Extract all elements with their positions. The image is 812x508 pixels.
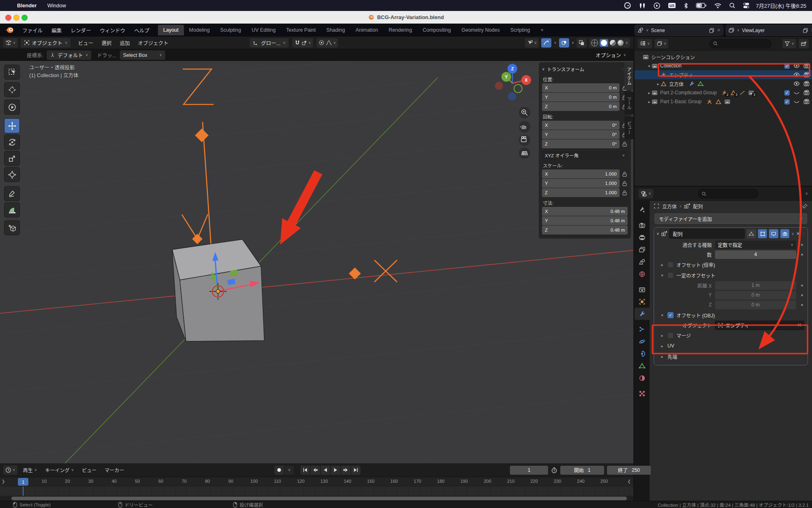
ruler-tick-210[interactable]: 210 <box>507 479 514 484</box>
overlays-toggle[interactable] <box>559 38 569 48</box>
timeline-collapse-icon[interactable]: ❮ <box>628 479 631 484</box>
camera-icon[interactable] <box>803 81 810 87</box>
properties-tab-constraints[interactable] <box>635 347 650 360</box>
section-relative-offset[interactable]: ▸ オフセット (倍率) <box>654 259 808 270</box>
properties-tab-physics[interactable] <box>635 335 650 347</box>
properties-tab-collection[interactable] <box>635 283 650 295</box>
breadcrumb-modifier[interactable]: 配列 <box>693 203 703 210</box>
workspace-tab-sculpting[interactable]: Sculpting <box>215 25 246 35</box>
ruler-tick-90[interactable]: 90 <box>228 479 233 484</box>
topbar-menu-1[interactable]: 編集 <box>47 26 66 34</box>
record-dropdown[interactable]: ∨ <box>285 466 294 475</box>
section-constant-offset[interactable]: ▾ 一定のオフセット <box>654 270 808 280</box>
timeline-menu-3[interactable]: マーカー <box>101 467 128 473</box>
ruler-tick-240[interactable]: 240 <box>577 479 584 484</box>
merge-checkbox[interactable] <box>667 332 674 339</box>
pin-icon[interactable] <box>802 203 808 209</box>
camera-icon[interactable] <box>803 72 810 78</box>
modifier-editmode-toggle[interactable] <box>758 229 767 238</box>
camera-icon[interactable] <box>803 63 810 69</box>
wifi-icon[interactable] <box>714 3 721 9</box>
ruler-tick-10[interactable]: 10 <box>42 479 47 484</box>
timeline-expand-icon[interactable]: ❯ <box>2 479 5 484</box>
copy-scene-icon[interactable] <box>709 28 715 33</box>
workspace-tab-layout[interactable]: Layout <box>158 25 184 35</box>
modifier-close-icon[interactable]: ✕ <box>796 231 800 237</box>
spotlight-icon[interactable] <box>729 2 735 9</box>
ruler-tick-150[interactable]: 150 <box>367 479 374 484</box>
add-workspace-button[interactable]: + <box>536 25 549 35</box>
eye-icon[interactable] <box>793 63 800 69</box>
outliner-filter-button[interactable]: ∨ <box>782 39 796 48</box>
panel-collapse-icon[interactable]: ∨ <box>542 67 545 71</box>
xray-toggle[interactable] <box>577 38 587 48</box>
expander-icon[interactable]: ▸ <box>647 91 652 95</box>
now-playing-icon[interactable] <box>654 2 660 9</box>
menubar-app-name[interactable]: Blender <box>17 2 37 9</box>
ruler-tick-230[interactable]: 230 <box>554 479 561 484</box>
modifier-collapse-icon[interactable]: ∨ <box>657 232 659 236</box>
scale-field-y[interactable]: Y1.000 <box>542 179 620 188</box>
ruler-tick-180[interactable]: 180 <box>437 479 445 484</box>
viewport-menu-3[interactable]: オブジェクト <box>134 39 173 47</box>
ruler-tick-190[interactable]: 190 <box>460 479 468 484</box>
viewport-3d[interactable]: ユーザー・透視投影 (1) Collection | 立方体 Z Y X <box>0 61 633 463</box>
drag-mode-selector[interactable]: Select Box ∨ <box>120 50 165 60</box>
overlays-dropdown[interactable]: ∨ <box>572 41 574 45</box>
ruler-tick-200[interactable]: 200 <box>484 479 491 484</box>
location-field-y[interactable]: Y0 m <box>542 93 620 102</box>
properties-tab-material[interactable] <box>635 372 650 384</box>
expander-icon[interactable]: ▸ <box>647 100 652 104</box>
frame-start-field[interactable]: 開始 1 <box>560 466 604 475</box>
annotate-tool[interactable] <box>4 186 20 201</box>
properties-tab-texture[interactable] <box>635 387 650 399</box>
modifier-extras-dropdown[interactable]: ∨ <box>791 232 794 236</box>
ruler-tick-50[interactable]: 50 <box>135 479 140 484</box>
transform-orientation-selector[interactable]: グロー... ∨ <box>250 38 289 48</box>
shading-dropdown[interactable]: ∨ <box>625 41 628 45</box>
new-collection-button[interactable] <box>799 39 809 48</box>
gizmo-minus-z[interactable] <box>508 92 516 100</box>
animate-dot[interactable] <box>799 254 804 256</box>
expander-icon[interactable]: ▾ <box>647 64 652 68</box>
ruler-tick-170[interactable]: 170 <box>414 479 421 484</box>
timeline-track-area[interactable] <box>0 486 633 496</box>
properties-tab-data[interactable] <box>635 360 650 372</box>
viewlayer-selector[interactable]: ∨ ViewLayer ✕ <box>726 25 812 36</box>
topbar-menu-4[interactable]: ヘルプ <box>130 26 154 34</box>
axis-gizmo[interactable]: Z Y X <box>495 64 531 100</box>
viewport-menu-1[interactable]: 選択 <box>97 39 116 47</box>
location-field-z[interactable]: Z0 m <box>542 102 620 111</box>
measure-tool[interactable] <box>4 202 20 217</box>
keyboard-us-icon[interactable]: US <box>668 2 676 9</box>
eye-closed-icon[interactable] <box>793 90 800 96</box>
add-cube-tool[interactable] <box>4 220 20 235</box>
outliner-row-1[interactable]: ▾Collection✓ <box>635 61 812 70</box>
expander-icon[interactable]: ▸ <box>656 82 661 86</box>
eye-icon[interactable] <box>793 81 800 87</box>
section-cap[interactable]: ▸ 先端 <box>654 351 808 362</box>
blender-logo-icon[interactable] <box>5 27 14 33</box>
select-box-tool[interactable] <box>4 65 20 80</box>
battery-charging-icon[interactable] <box>696 3 706 8</box>
proportional-edit-toggle[interactable]: ∨ <box>317 38 338 48</box>
rotation-field-x[interactable]: X0° <box>542 121 620 130</box>
selectability-visibility-dropdown[interactable]: ∨ <box>525 38 539 48</box>
modifier-drag-handle[interactable]: :: <box>802 232 805 236</box>
section-merge[interactable]: ▸ マージ <box>654 330 808 341</box>
playhead[interactable] <box>23 486 24 496</box>
timeline-menu-2[interactable]: ビュー <box>78 467 101 473</box>
ruler-tick-100[interactable]: 100 <box>251 479 258 484</box>
outliner-row-0[interactable]: シーンコレクション <box>635 52 812 61</box>
unlink-scene-icon[interactable]: ✕ <box>717 28 721 33</box>
constant-offset-field-1[interactable]: 0 m <box>715 291 796 300</box>
scrollbar-thumb[interactable] <box>11 497 627 500</box>
checkbox-icon[interactable]: ✓ <box>784 63 790 69</box>
preview-range-icon[interactable] <box>551 467 557 473</box>
current-frame-indicator[interactable]: 1 <box>18 478 28 486</box>
copy-viewlayer-icon[interactable] <box>803 28 808 33</box>
frame-end-field[interactable]: 終了 250 <box>607 466 651 475</box>
control-center-icon[interactable] <box>743 2 749 9</box>
properties-search-input[interactable] <box>698 189 758 198</box>
ruler-tick-130[interactable]: 130 <box>320 479 328 484</box>
